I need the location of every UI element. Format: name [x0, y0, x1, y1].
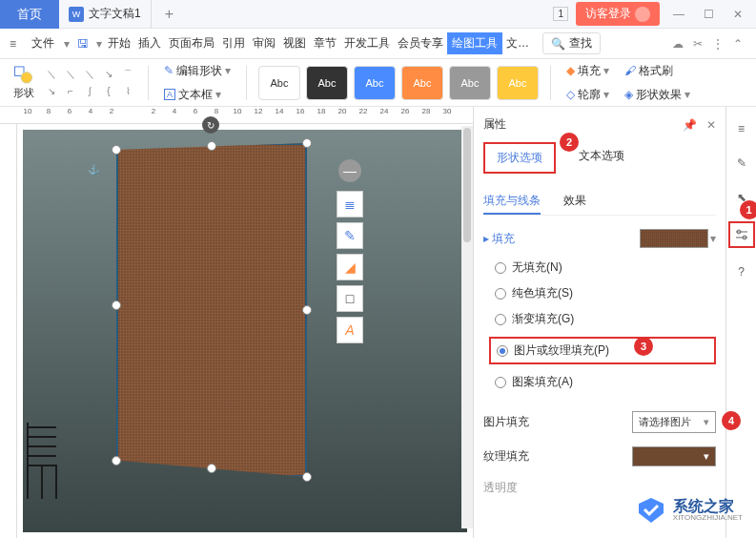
svg-point-1	[21, 72, 31, 82]
fill-button[interactable]: ◆填充▾	[562, 61, 613, 81]
style-3[interactable]: Abc	[354, 66, 396, 100]
fill-preview[interactable]	[640, 229, 708, 248]
menu-devtools[interactable]: 开发工具	[340, 35, 394, 52]
shape-gallery-button[interactable]: 形状	[8, 66, 40, 100]
textbox-button[interactable]: A文本框▾	[160, 85, 225, 105]
rotate-handle[interactable]: ↻	[202, 116, 219, 134]
fill-type-radios: 无填充(N) 纯色填充(S) 渐变填充(G) 图片或纹理填充(P) 3 图案填充…	[483, 259, 716, 390]
style-2[interactable]: Abc	[306, 66, 348, 100]
floating-toolbar: — ≣ ✎ ◢ □ A	[337, 159, 363, 343]
save-icon[interactable]: 🖫	[72, 37, 94, 51]
more-icon[interactable]: ⋮	[712, 37, 724, 51]
pin-icon[interactable]: 📌	[683, 118, 697, 132]
home-tab[interactable]: 首页	[0, 0, 59, 29]
handle-bm[interactable]	[207, 464, 216, 473]
marker-4: 4	[722, 411, 741, 430]
document-tab[interactable]: W 文字文稿1	[59, 0, 152, 29]
canvas[interactable]: ↻ ⚓	[23, 130, 467, 532]
style-1[interactable]: Abc	[258, 66, 300, 100]
text-style-icon[interactable]: A	[337, 317, 363, 343]
minimize-button[interactable]: —	[667, 8, 690, 21]
radio-solid-fill[interactable]: 纯色填充(S)	[495, 285, 716, 301]
search-icon: 🔍	[551, 37, 565, 51]
opacity-label: 透明度	[483, 480, 518, 496]
menubar: ≡ 文件 ▾ 🖫 ▾ 开始 插入 页面布局 引用 审阅 视图 章节 开发工具 会…	[0, 29, 756, 59]
radio-picture-fill[interactable]: 图片或纹理填充(P)	[489, 337, 716, 364]
outline-icon[interactable]: □	[337, 285, 363, 312]
close-button[interactable]: ✕	[727, 8, 748, 21]
close-panel-icon[interactable]: ✕	[706, 118, 716, 132]
menu-more[interactable]: 文…	[502, 35, 533, 52]
ribbon: 形状 ＼＼＼↘⌒ ↘⌐∫{⌇ ✎编辑形状▾ A文本框▾ Abc Abc Abc …	[0, 59, 756, 107]
workspace: 10864224681012141618202224262830 ↻ ⚓ — ≣	[0, 107, 756, 538]
props-title: 属性	[483, 116, 506, 133]
menu-view[interactable]: 视图	[279, 35, 310, 52]
rail-help-icon[interactable]: ?	[731, 261, 752, 282]
menu-insert[interactable]: 插入	[134, 35, 165, 52]
add-tab-button[interactable]: +	[152, 6, 187, 23]
guest-login-button[interactable]: 访客登录	[576, 2, 660, 26]
maximize-button[interactable]: ☐	[698, 8, 720, 21]
menu-member[interactable]: 会员专享	[394, 35, 447, 52]
radio-no-fill[interactable]: 无填充(N)	[495, 259, 716, 276]
ruler-vertical	[0, 124, 17, 538]
picture-select[interactable]: 请选择图片▾	[632, 411, 716, 433]
picture-fill-label: 图片填充	[483, 414, 529, 430]
crop-icon[interactable]: ◢	[337, 254, 363, 280]
shape-picker[interactable]: ＼＼＼↘⌒ ↘⌐∫{⌇	[43, 67, 136, 99]
shape-effects-button[interactable]: ◈形状效果▾	[621, 85, 694, 105]
texture-select[interactable]: ▾	[632, 446, 716, 466]
subtab-fill-line[interactable]: 填充与线条	[483, 189, 541, 215]
outline-button[interactable]: ◇轮廓▾	[562, 85, 613, 105]
side-rail: ≡ ✎ ⬉ 1 ?	[725, 107, 756, 538]
menu-drawtools[interactable]: 绘图工具	[447, 32, 502, 54]
tab-text-options[interactable]: 文本选项	[575, 142, 628, 174]
menu-start[interactable]: 开始	[104, 35, 134, 52]
format-painter-button[interactable]: 🖌格式刷	[621, 61, 677, 81]
handle-bl[interactable]	[112, 456, 121, 466]
chair-graphic	[23, 418, 75, 504]
menu-review[interactable]: 审阅	[249, 35, 279, 52]
edit-shape-button[interactable]: ✎编辑形状▾	[160, 61, 235, 81]
selected-shape[interactable]: ↻	[116, 143, 307, 477]
eyedropper-icon[interactable]: ✎	[337, 222, 363, 249]
screenshot-icon[interactable]: ✂	[693, 37, 703, 51]
style-6[interactable]: Abc	[497, 66, 539, 100]
menu-references[interactable]: 引用	[218, 35, 249, 52]
file-menu[interactable]: 文件	[24, 35, 62, 52]
menu-layout[interactable]: 页面布局	[165, 35, 218, 52]
handle-ml[interactable]	[112, 300, 121, 310]
watermark: 系统之家 XITONGZHIJIA.NET	[635, 496, 743, 525]
wrap-text-icon[interactable]: ≣	[337, 191, 363, 217]
search-box[interactable]: 🔍 查找	[542, 32, 601, 54]
marker-2: 2	[560, 133, 579, 152]
rail-properties-icon[interactable]	[728, 221, 755, 248]
menu-chapter[interactable]: 章节	[310, 35, 340, 52]
layout-options-button[interactable]: —	[338, 159, 361, 182]
handle-br[interactable]	[302, 472, 312, 482]
hamburger-icon[interactable]: ≡	[4, 37, 22, 51]
style-gallery[interactable]: Abc Abc Abc Abc Abc Abc	[258, 66, 539, 100]
window-count[interactable]: 1	[553, 7, 568, 21]
scrollbar-vertical[interactable]	[461, 126, 473, 528]
properties-panel: 属性 📌 ✕ 形状选项 文本选项 2 填充与线条 效果 ▸ 填充 ▾	[473, 107, 725, 538]
marker-1: 1	[740, 200, 757, 219]
rail-pencil-icon[interactable]: ✎	[731, 153, 752, 174]
fill-section-header[interactable]: ▸ 填充	[483, 231, 515, 247]
style-4[interactable]: Abc	[401, 66, 443, 100]
handle-tr[interactable]	[302, 138, 312, 148]
marker-3: 3	[634, 337, 653, 356]
handle-tl[interactable]	[112, 145, 121, 155]
rail-hamburger-icon[interactable]: ≡	[731, 118, 752, 139]
cloud-icon[interactable]: ☁	[672, 37, 684, 51]
collapse-icon[interactable]: ⌃	[733, 37, 743, 51]
handle-mr[interactable]	[302, 305, 312, 315]
subtab-effect[interactable]: 效果	[563, 189, 586, 215]
style-5[interactable]: Abc	[449, 66, 491, 100]
handle-tm[interactable]	[207, 141, 216, 151]
radio-gradient-fill[interactable]: 渐变填充(G)	[495, 311, 716, 327]
doc-name: 文字文稿1	[89, 6, 141, 22]
tab-shape-options[interactable]: 形状选项	[483, 142, 556, 174]
watermark-title: 系统之家	[673, 499, 743, 514]
radio-pattern-fill[interactable]: 图案填充(A)	[495, 374, 716, 390]
